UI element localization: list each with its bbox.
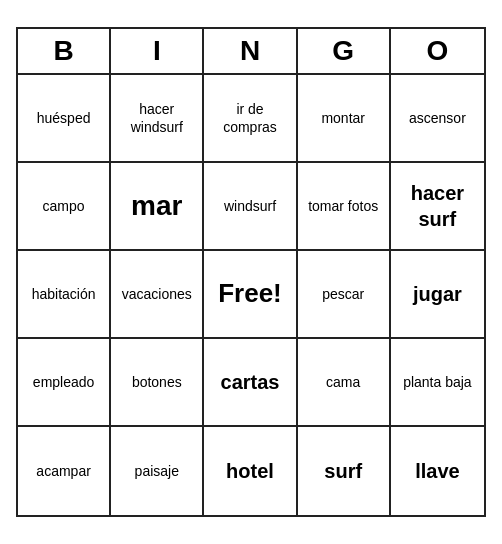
bingo-cell-0[interactable]: huésped [18, 75, 111, 163]
bingo-cell-5[interactable]: campo [18, 163, 111, 251]
header-letter-b: B [18, 29, 111, 73]
bingo-grid: huéspedhacer windsurfir de comprasmontar… [18, 75, 484, 515]
bingo-cell-20[interactable]: acampar [18, 427, 111, 515]
bingo-cell-18[interactable]: cama [298, 339, 391, 427]
bingo-cell-3[interactable]: montar [298, 75, 391, 163]
bingo-cell-8[interactable]: tomar fotos [298, 163, 391, 251]
bingo-cell-4[interactable]: ascensor [391, 75, 484, 163]
bingo-cell-16[interactable]: botones [111, 339, 204, 427]
bingo-cell-17[interactable]: cartas [204, 339, 297, 427]
bingo-cell-19[interactable]: planta baja [391, 339, 484, 427]
bingo-cell-21[interactable]: paisaje [111, 427, 204, 515]
header-letter-o: O [391, 29, 484, 73]
bingo-cell-10[interactable]: habitación [18, 251, 111, 339]
bingo-cell-12[interactable]: Free! [204, 251, 297, 339]
bingo-cell-11[interactable]: vacaciones [111, 251, 204, 339]
bingo-cell-23[interactable]: surf [298, 427, 391, 515]
bingo-cell-13[interactable]: pescar [298, 251, 391, 339]
bingo-card: BINGO huéspedhacer windsurfir de compras… [16, 27, 486, 517]
header-letter-g: G [298, 29, 391, 73]
bingo-cell-9[interactable]: hacer surf [391, 163, 484, 251]
bingo-cell-24[interactable]: llave [391, 427, 484, 515]
bingo-cell-22[interactable]: hotel [204, 427, 297, 515]
header-letter-n: N [204, 29, 297, 73]
bingo-cell-15[interactable]: empleado [18, 339, 111, 427]
bingo-cell-2[interactable]: ir de compras [204, 75, 297, 163]
bingo-cell-7[interactable]: windsurf [204, 163, 297, 251]
bingo-cell-1[interactable]: hacer windsurf [111, 75, 204, 163]
bingo-cell-14[interactable]: jugar [391, 251, 484, 339]
bingo-cell-6[interactable]: mar [111, 163, 204, 251]
bingo-header: BINGO [18, 29, 484, 75]
header-letter-i: I [111, 29, 204, 73]
